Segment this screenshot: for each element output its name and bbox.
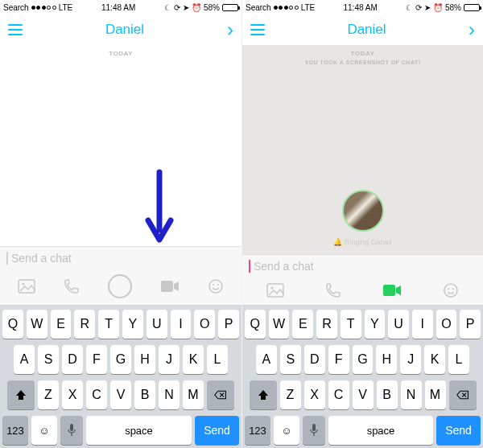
svg-point-5 <box>217 284 219 286</box>
back-to-app-label[interactable]: Search <box>3 3 29 12</box>
key-j[interactable]: J <box>159 345 180 374</box>
key-u[interactable]: U <box>147 310 167 339</box>
key-o[interactable]: O <box>436 310 457 339</box>
numbers-key[interactable]: 123 <box>245 416 270 445</box>
clock-label: 11:48 AM <box>315 3 406 12</box>
key-n[interactable]: N <box>401 380 422 409</box>
key-u[interactable]: U <box>388 310 409 339</box>
key-l[interactable]: L <box>448 345 469 374</box>
chevron-right-icon[interactable]: › <box>469 18 475 41</box>
alarm-icon: ⏰ <box>433 3 443 12</box>
key-m[interactable]: M <box>183 380 204 409</box>
backspace-key[interactable] <box>207 380 234 409</box>
key-q[interactable]: Q <box>245 310 266 339</box>
space-key[interactable]: space <box>328 416 433 445</box>
key-t[interactable]: T <box>341 310 361 339</box>
key-t[interactable]: T <box>98 310 119 339</box>
send-key[interactable]: Send <box>436 416 481 445</box>
action-row <box>242 277 483 305</box>
key-v[interactable]: V <box>110 380 131 409</box>
key-k[interactable]: K <box>183 345 204 374</box>
key-b[interactable]: B <box>377 380 398 409</box>
bell-icon: 🔔 <box>333 238 342 246</box>
key-f[interactable]: F <box>86 345 107 374</box>
key-f[interactable]: F <box>328 345 349 374</box>
emoji-key[interactable]: ☺ <box>31 416 57 445</box>
key-a[interactable]: A <box>14 345 35 374</box>
emoji-key[interactable]: ☺ <box>274 416 299 445</box>
mic-key[interactable] <box>60 416 83 445</box>
phone-icon[interactable] <box>64 278 80 294</box>
emoji-icon[interactable] <box>208 278 224 294</box>
key-w[interactable]: W <box>269 310 290 339</box>
clock-label: 11:48 AM <box>72 3 164 12</box>
key-z[interactable]: Z <box>38 380 59 409</box>
key-x[interactable]: X <box>62 380 83 409</box>
menu-icon[interactable] <box>8 24 23 35</box>
key-g[interactable]: G <box>353 345 374 374</box>
menu-icon[interactable] <box>250 24 265 35</box>
key-i[interactable]: I <box>412 310 433 339</box>
key-d[interactable]: D <box>62 345 83 374</box>
chevron-right-icon[interactable]: › <box>227 18 233 41</box>
svg-point-13 <box>452 288 454 290</box>
key-r[interactable]: R <box>316 310 337 339</box>
chat-input-row[interactable]: Send a chat <box>242 254 483 277</box>
key-row-1: QWERTYUIOP <box>245 310 481 339</box>
key-e[interactable]: E <box>51 310 72 339</box>
key-e[interactable]: E <box>292 310 313 339</box>
key-n[interactable]: N <box>159 380 180 409</box>
key-r[interactable]: R <box>74 310 95 339</box>
key-h[interactable]: H <box>134 345 155 374</box>
video-icon[interactable] <box>382 284 402 297</box>
alarm-icon: ⏰ <box>192 3 201 12</box>
back-to-app-label[interactable]: Search <box>246 3 271 12</box>
video-icon[interactable] <box>160 280 180 293</box>
shutter-button[interactable] <box>108 274 132 298</box>
phone-icon[interactable] <box>325 282 341 298</box>
gallery-icon[interactable] <box>18 279 35 294</box>
key-l[interactable]: L <box>207 345 228 374</box>
key-q[interactable]: Q <box>2 310 23 339</box>
key-y[interactable]: Y <box>122 310 143 339</box>
chat-input-row[interactable]: Send a chat <box>0 246 242 269</box>
key-a[interactable]: A <box>256 345 277 374</box>
key-y[interactable]: Y <box>365 310 386 339</box>
key-g[interactable]: G <box>110 345 131 374</box>
numbers-key[interactable]: 123 <box>2 416 28 445</box>
svg-rect-6 <box>70 424 73 431</box>
key-h[interactable]: H <box>376 345 397 374</box>
shift-key[interactable] <box>250 380 277 409</box>
key-s[interactable]: S <box>38 345 59 374</box>
key-j[interactable]: J <box>400 345 421 374</box>
send-key[interactable]: Send <box>195 416 239 445</box>
key-z[interactable]: Z <box>280 380 301 409</box>
key-x[interactable]: X <box>304 380 325 409</box>
key-d[interactable]: D <box>304 345 325 374</box>
key-v[interactable]: V <box>353 380 374 409</box>
keyboard: QWERTYUIOP ASDFGHJKL ZXCVBNM 123 ☺ space… <box>0 305 242 448</box>
nav-bar: Daniel › <box>0 14 242 45</box>
key-k[interactable]: K <box>424 345 445 374</box>
space-key[interactable]: space <box>86 416 192 445</box>
emoji-icon[interactable] <box>443 282 459 298</box>
shift-key[interactable] <box>7 380 35 409</box>
battery-icon <box>222 4 238 11</box>
key-i[interactable]: I <box>171 310 192 339</box>
key-c[interactable]: C <box>328 380 349 409</box>
key-b[interactable]: B <box>134 380 155 409</box>
key-o[interactable]: O <box>194 310 215 339</box>
signal-dots-icon <box>274 6 299 10</box>
backspace-key[interactable] <box>449 380 477 409</box>
key-m[interactable]: M <box>425 380 446 409</box>
gallery-icon[interactable] <box>266 283 284 298</box>
key-p[interactable]: P <box>460 310 481 339</box>
chat-title: Daniel <box>105 22 144 38</box>
mic-key[interactable] <box>303 416 325 445</box>
key-w[interactable]: W <box>27 310 47 339</box>
caller-avatar[interactable] <box>342 190 384 232</box>
key-c[interactable]: C <box>86 380 107 409</box>
key-p[interactable]: P <box>218 310 239 339</box>
svg-rect-10 <box>383 285 395 296</box>
key-s[interactable]: S <box>280 345 301 374</box>
